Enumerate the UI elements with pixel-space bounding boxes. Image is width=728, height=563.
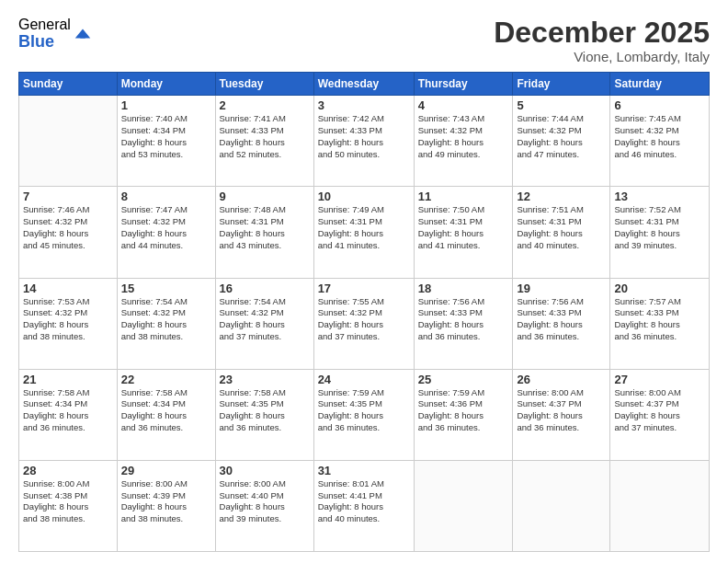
day-info: Sunrise: 7:45 AM Sunset: 4:32 PM Dayligh… (614, 113, 705, 160)
table-cell: 5Sunrise: 7:44 AM Sunset: 4:32 PM Daylig… (513, 96, 610, 187)
table-cell: 27Sunrise: 8:00 AM Sunset: 4:37 PM Dayli… (610, 369, 710, 460)
table-cell (513, 460, 610, 551)
table-cell: 1Sunrise: 7:40 AM Sunset: 4:34 PM Daylig… (117, 96, 215, 187)
day-number: 7 (23, 190, 113, 203)
day-number: 10 (318, 190, 410, 203)
day-number: 24 (318, 373, 410, 386)
day-info: Sunrise: 7:47 AM Sunset: 4:32 PM Dayligh… (121, 204, 211, 251)
table-cell: 30Sunrise: 8:00 AM Sunset: 4:40 PM Dayli… (215, 460, 313, 551)
day-info: Sunrise: 7:52 AM Sunset: 4:31 PM Dayligh… (614, 204, 705, 251)
table-cell: 4Sunrise: 7:43 AM Sunset: 4:32 PM Daylig… (414, 96, 513, 187)
day-number: 11 (418, 190, 509, 203)
logo: General Blue (18, 17, 93, 51)
day-number: 2 (220, 98, 310, 112)
table-cell: 11Sunrise: 7:50 AM Sunset: 4:31 PM Dayli… (414, 187, 513, 278)
day-info: Sunrise: 7:41 AM Sunset: 4:33 PM Dayligh… (220, 113, 310, 160)
logo-icon (73, 24, 93, 44)
day-number: 19 (517, 282, 606, 295)
day-number: 28 (23, 464, 113, 477)
table-cell: 24Sunrise: 7:59 AM Sunset: 4:35 PM Dayli… (313, 369, 414, 460)
day-number: 15 (121, 282, 211, 295)
day-info: Sunrise: 7:42 AM Sunset: 4:33 PM Dayligh… (318, 113, 410, 160)
logo-blue: Blue (18, 33, 71, 52)
day-info: Sunrise: 7:49 AM Sunset: 4:31 PM Dayligh… (318, 204, 410, 251)
table-cell: 17Sunrise: 7:55 AM Sunset: 4:32 PM Dayli… (313, 278, 414, 369)
table-cell: 25Sunrise: 7:59 AM Sunset: 4:36 PM Dayli… (414, 369, 513, 460)
header-thursday: Thursday (414, 73, 513, 96)
header-wednesday: Wednesday (313, 73, 414, 96)
day-info: Sunrise: 8:00 AM Sunset: 4:39 PM Dayligh… (121, 478, 211, 525)
table-cell: 12Sunrise: 7:51 AM Sunset: 4:31 PM Dayli… (513, 187, 610, 278)
location: Vione, Lombardy, Italy (494, 49, 710, 64)
day-number: 14 (23, 282, 113, 295)
table-cell: 18Sunrise: 7:56 AM Sunset: 4:33 PM Dayli… (414, 278, 513, 369)
day-number: 8 (121, 190, 211, 203)
table-cell: 3Sunrise: 7:42 AM Sunset: 4:33 PM Daylig… (313, 96, 414, 187)
day-number: 13 (614, 190, 705, 203)
day-info: Sunrise: 8:01 AM Sunset: 4:41 PM Dayligh… (318, 478, 410, 525)
day-number: 9 (220, 190, 310, 203)
svg-rect-0 (80, 36, 85, 39)
day-number: 1 (121, 98, 211, 112)
logo-text: General Blue (18, 17, 71, 51)
day-number: 31 (318, 464, 410, 477)
calendar-row-1: 1Sunrise: 7:40 AM Sunset: 4:34 PM Daylig… (19, 96, 710, 187)
day-number: 26 (517, 373, 606, 386)
day-info: Sunrise: 7:58 AM Sunset: 4:35 PM Dayligh… (220, 387, 310, 434)
header-tuesday: Tuesday (215, 73, 313, 96)
table-cell: 2Sunrise: 7:41 AM Sunset: 4:33 PM Daylig… (215, 96, 313, 187)
table-cell: 9Sunrise: 7:48 AM Sunset: 4:31 PM Daylig… (215, 187, 313, 278)
table-cell: 29Sunrise: 8:00 AM Sunset: 4:39 PM Dayli… (117, 460, 215, 551)
day-info: Sunrise: 8:00 AM Sunset: 4:37 PM Dayligh… (614, 387, 705, 434)
table-cell: 21Sunrise: 7:58 AM Sunset: 4:34 PM Dayli… (19, 369, 118, 460)
day-info: Sunrise: 7:56 AM Sunset: 4:33 PM Dayligh… (418, 296, 509, 343)
day-number: 17 (318, 282, 410, 295)
table-cell: 15Sunrise: 7:54 AM Sunset: 4:32 PM Dayli… (117, 278, 215, 369)
header: General Blue December 2025 Vione, Lombar… (18, 17, 710, 64)
day-info: Sunrise: 7:44 AM Sunset: 4:32 PM Dayligh… (517, 113, 606, 160)
day-number: 12 (517, 190, 606, 203)
table-cell: 13Sunrise: 7:52 AM Sunset: 4:31 PM Dayli… (610, 187, 710, 278)
month-title: December 2025 (494, 17, 710, 49)
day-number: 16 (220, 282, 310, 295)
calendar-row-3: 14Sunrise: 7:53 AM Sunset: 4:32 PM Dayli… (19, 278, 710, 369)
logo-general: General (18, 17, 71, 33)
day-info: Sunrise: 7:56 AM Sunset: 4:33 PM Dayligh… (517, 296, 606, 343)
day-number: 25 (418, 373, 509, 386)
table-cell: 26Sunrise: 8:00 AM Sunset: 4:37 PM Dayli… (513, 369, 610, 460)
calendar-row-2: 7Sunrise: 7:46 AM Sunset: 4:32 PM Daylig… (19, 187, 710, 278)
day-number: 4 (418, 98, 509, 112)
day-info: Sunrise: 7:46 AM Sunset: 4:32 PM Dayligh… (23, 204, 113, 251)
day-info: Sunrise: 7:59 AM Sunset: 4:35 PM Dayligh… (318, 387, 410, 434)
table-cell: 23Sunrise: 7:58 AM Sunset: 4:35 PM Dayli… (215, 369, 313, 460)
day-info: Sunrise: 7:59 AM Sunset: 4:36 PM Dayligh… (418, 387, 509, 434)
day-info: Sunrise: 7:48 AM Sunset: 4:31 PM Dayligh… (220, 204, 310, 251)
header-saturday: Saturday (610, 73, 710, 96)
calendar-row-4: 21Sunrise: 7:58 AM Sunset: 4:34 PM Dayli… (19, 369, 710, 460)
day-info: Sunrise: 7:50 AM Sunset: 4:31 PM Dayligh… (418, 204, 509, 251)
table-cell: 19Sunrise: 7:56 AM Sunset: 4:33 PM Dayli… (513, 278, 610, 369)
table-cell: 31Sunrise: 8:01 AM Sunset: 4:41 PM Dayli… (313, 460, 414, 551)
day-info: Sunrise: 7:58 AM Sunset: 4:34 PM Dayligh… (23, 387, 113, 434)
day-info: Sunrise: 7:57 AM Sunset: 4:33 PM Dayligh… (614, 296, 705, 343)
day-number: 27 (614, 373, 705, 386)
day-info: Sunrise: 7:43 AM Sunset: 4:32 PM Dayligh… (418, 113, 509, 160)
table-cell (414, 460, 513, 551)
day-number: 5 (517, 98, 606, 112)
calendar-row-5: 28Sunrise: 8:00 AM Sunset: 4:38 PM Dayli… (19, 460, 710, 551)
table-cell: 22Sunrise: 7:58 AM Sunset: 4:34 PM Dayli… (117, 369, 215, 460)
header-friday: Friday (513, 73, 610, 96)
table-cell: 16Sunrise: 7:54 AM Sunset: 4:32 PM Dayli… (215, 278, 313, 369)
day-info: Sunrise: 7:40 AM Sunset: 4:34 PM Dayligh… (121, 113, 211, 160)
day-info: Sunrise: 7:58 AM Sunset: 4:34 PM Dayligh… (121, 387, 211, 434)
day-info: Sunrise: 7:55 AM Sunset: 4:32 PM Dayligh… (318, 296, 410, 343)
table-cell: 7Sunrise: 7:46 AM Sunset: 4:32 PM Daylig… (19, 187, 118, 278)
day-number: 18 (418, 282, 509, 295)
day-number: 6 (614, 98, 705, 112)
header-monday: Monday (117, 73, 215, 96)
day-info: Sunrise: 7:54 AM Sunset: 4:32 PM Dayligh… (220, 296, 310, 343)
day-info: Sunrise: 8:00 AM Sunset: 4:37 PM Dayligh… (517, 387, 606, 434)
day-number: 23 (220, 373, 310, 386)
day-info: Sunrise: 7:51 AM Sunset: 4:31 PM Dayligh… (517, 204, 606, 251)
table-cell: 28Sunrise: 8:00 AM Sunset: 4:38 PM Dayli… (19, 460, 118, 551)
